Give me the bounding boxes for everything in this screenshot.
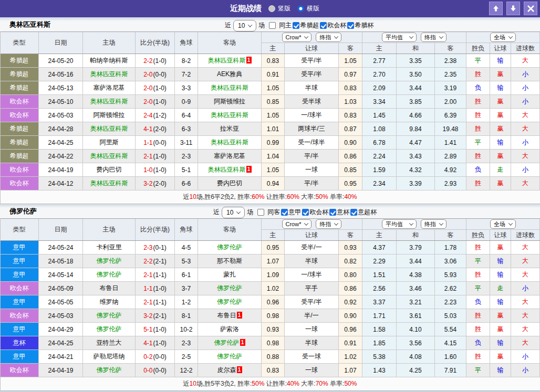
scope-select[interactable]: 全场 [490, 219, 516, 229]
away-team[interactable]: 萨索洛 [198, 323, 262, 336]
result-outcome: 胜 [466, 150, 490, 163]
filter-checkbox-同主[interactable]: 同主 [269, 21, 292, 30]
match-date: 24-04-21 [39, 350, 83, 363]
filter-checkbox-同客[interactable]: 同客 [257, 208, 280, 217]
match-row: 欧会杯 24-05-03 阿斯顿维拉 2-4(1-2) 6-4 奥林匹亚科斯 1… [0, 109, 540, 122]
home-team[interactable]: 佛罗伦萨 [83, 255, 136, 268]
away-team[interactable]: 皮尔森1 [198, 364, 262, 377]
home-team[interactable]: 费内巴切 [83, 163, 136, 176]
home-team[interactable]: 奥林匹亚科斯 [83, 122, 136, 135]
result-outcome: 胜 [466, 95, 490, 108]
home-team[interactable]: 萨勒尼塔纳 [83, 350, 136, 363]
bookmaker-select[interactable]: Crow* [282, 33, 312, 42]
home-team[interactable]: 卡利亚里 [83, 241, 136, 254]
close-button[interactable] [524, 2, 537, 15]
average-select[interactable]: 平均值 [382, 33, 417, 42]
final-odds-select-1[interactable]: 终指 [316, 219, 341, 229]
away-team[interactable]: 佛罗伦萨 [198, 350, 262, 363]
checked-checkbox-icon[interactable] [293, 22, 299, 29]
league-badge: 希腊超 [0, 136, 39, 149]
scope-select[interactable]: 全场 [490, 33, 516, 42]
match-count-select[interactable]: 10 [233, 20, 256, 31]
away-team[interactable]: AEK雅典 [198, 68, 262, 81]
match-date: 24-04-22 [39, 150, 83, 163]
odds-home: 0.98 [262, 309, 285, 322]
away-team[interactable]: 费内巴切 [198, 177, 262, 190]
home-team[interactable]: 维罗纳 [83, 295, 136, 309]
horizontal-layout-label[interactable]: 横版 [307, 4, 319, 13]
away-team[interactable]: 蒙扎 [198, 268, 262, 281]
bookmaker-select[interactable]: Crow* [282, 219, 312, 229]
away-team[interactable]: 那不勒斯 [198, 255, 262, 268]
avg-home-odds: 1.85 [362, 336, 397, 349]
away-team[interactable]: 奥林匹亚科斯 [198, 81, 262, 94]
away-team[interactable]: 佛罗伦萨1 [198, 336, 262, 349]
avg-away-odds: 2.89 [435, 150, 466, 163]
average-select[interactable]: 平均值 [382, 219, 417, 229]
home-team[interactable]: 阿里斯 [83, 136, 136, 149]
result-outcome: 平 [466, 136, 490, 149]
home-team[interactable]: 奥林匹亚科斯 [83, 177, 136, 190]
filter-checkbox-希腊超[interactable]: 希腊超 [293, 21, 319, 30]
league-badge: 意杯 [0, 336, 39, 349]
move-down-button[interactable] [506, 2, 520, 15]
away-team[interactable]: 奥林匹亚科斯1 [198, 54, 262, 67]
final-odds-select-1[interactable]: 终指 [316, 33, 341, 42]
match-count-select[interactable]: 10 [222, 207, 245, 218]
final-odds-select-2[interactable]: 终指 [421, 219, 446, 229]
move-up-button[interactable] [489, 2, 503, 15]
checked-checkbox-icon[interactable] [302, 209, 309, 216]
away-team[interactable]: 塞萨洛尼基 [198, 150, 262, 163]
away-team[interactable]: 奥林匹亚科斯1 [198, 163, 262, 176]
league-badge: 希腊超 [0, 81, 39, 94]
handicap-line: 半/一 [285, 309, 339, 322]
checked-checkbox-icon[interactable] [347, 22, 354, 29]
home-team[interactable]: 奥林匹亚科斯 [83, 95, 136, 108]
checked-checkbox-icon[interactable] [350, 209, 357, 216]
result-handicap: 赢 [490, 241, 511, 254]
result-outcome: 胜 [466, 68, 490, 81]
avg-home-odds: 1.45 [362, 109, 397, 122]
away-team[interactable]: 佛罗伦萨 [198, 282, 262, 295]
home-team[interactable]: 阿斯顿维拉 [83, 109, 136, 122]
handicap-line: 平手 [285, 282, 339, 295]
filter-checkbox-欧会杯[interactable]: 欧会杯 [320, 21, 346, 30]
vertical-layout-label[interactable]: 竖版 [278, 4, 290, 13]
filter-checkbox-欧会杯[interactable]: 欧会杯 [302, 208, 328, 217]
home-team[interactable]: 奥林匹亚科斯 [83, 68, 136, 81]
home-team[interactable]: 佛罗伦萨 [83, 268, 136, 281]
filter-checkbox-意杯[interactable]: 意杯 [329, 208, 349, 217]
away-team[interactable]: 拉米亚 [198, 122, 262, 135]
filter-checkbox-意超杯[interactable]: 意超杯 [350, 208, 377, 217]
vertical-layout-radio[interactable] [268, 5, 275, 12]
home-team[interactable]: 布鲁日 [83, 282, 136, 295]
away-team[interactable]: 佛罗伦萨 [198, 295, 262, 309]
away-team[interactable]: 奥林匹亚科斯 [198, 109, 262, 122]
unchecked-checkbox-icon[interactable] [269, 22, 276, 29]
home-team[interactable]: 亚特兰大 [83, 336, 136, 349]
home-team[interactable]: 奥林匹亚科斯 [83, 150, 136, 163]
checkbox-label: 意甲 [288, 208, 301, 217]
avg-home-odds: 2.77 [362, 54, 397, 67]
horizontal-layout-radio[interactable] [297, 5, 304, 12]
unchecked-checkbox-icon[interactable] [257, 209, 264, 216]
away-team[interactable]: 阿斯顿维拉 [198, 95, 262, 108]
odds-away: 0.90 [339, 309, 362, 322]
away-team[interactable]: 布鲁日1 [198, 309, 262, 322]
match-date: 24-05-20 [39, 54, 83, 67]
filter-checkbox-意甲[interactable]: 意甲 [281, 208, 301, 217]
checked-checkbox-icon[interactable] [329, 209, 336, 216]
home-team[interactable]: 佛罗伦萨 [83, 309, 136, 322]
home-team[interactable]: 佛罗伦萨 [83, 364, 136, 377]
home-team[interactable]: 塞萨洛尼基 [83, 81, 136, 94]
checkbox-label: 欧会杯 [309, 208, 328, 217]
league-badge: 欧会杯 [0, 282, 39, 295]
away-team[interactable]: 奥林匹亚科斯 [198, 136, 262, 149]
home-team[interactable]: 帕纳辛纳科斯 [83, 54, 136, 67]
home-team[interactable]: 佛罗伦萨 [83, 323, 136, 336]
checked-checkbox-icon[interactable] [281, 209, 288, 216]
away-team[interactable]: 佛罗伦萨 [198, 241, 262, 254]
checked-checkbox-icon[interactable] [320, 22, 327, 29]
filter-checkbox-希腊杯[interactable]: 希腊杯 [347, 21, 373, 30]
final-odds-select-2[interactable]: 终指 [421, 33, 446, 42]
